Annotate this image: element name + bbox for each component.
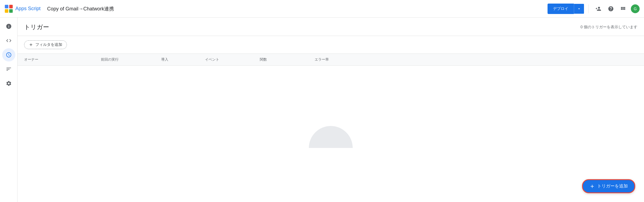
executions-icon <box>6 66 12 72</box>
apps-script-label: Apps Script <box>15 6 41 12</box>
user-avatar[interactable]: G <box>631 4 640 13</box>
col-header-function: 関数 <box>260 57 315 62</box>
header-actions: デプロイ G <box>548 4 640 14</box>
deploy-button[interactable]: デプロイ <box>548 4 574 14</box>
svg-rect-1 <box>9 5 13 8</box>
main-content: トリガー 0 個のトリガーを表示しています フィルタを追加 オーナー 前回の実行… <box>18 18 644 202</box>
apps-grid-icon <box>620 6 626 12</box>
apps-script-logo-link[interactable]: Apps Script <box>4 4 41 13</box>
settings-icon <box>6 80 12 86</box>
add-filter-button[interactable]: フィルタを追加 <box>24 40 67 49</box>
plus-icon <box>29 43 33 47</box>
info-icon <box>6 23 12 29</box>
empty-state-decoration <box>309 126 353 148</box>
add-collaborator-button[interactable] <box>593 4 603 14</box>
col-header-event: イベント <box>205 57 260 62</box>
header-divider <box>588 4 589 13</box>
svg-rect-0 <box>5 5 8 8</box>
col-header-owner: オーナー <box>24 57 101 62</box>
sidebar-item-executions[interactable] <box>2 63 15 76</box>
sidebar-item-triggers[interactable] <box>2 48 15 61</box>
help-button[interactable] <box>606 4 616 14</box>
sidebar-item-editor[interactable] <box>2 34 15 47</box>
add-trigger-button-container: トリガーを追加 <box>582 179 635 193</box>
code-icon <box>6 38 12 44</box>
plus-circle-icon <box>589 184 595 189</box>
sidebar-item-settings[interactable] <box>2 77 15 90</box>
table-header: オーナー 前回の実行 導入 イベント 関数 エラー率 <box>18 54 644 66</box>
page-header: トリガー 0 個のトリガーを表示しています <box>18 18 644 36</box>
add-trigger-button[interactable]: トリガーを追加 <box>582 179 635 193</box>
table-body <box>18 66 644 148</box>
project-title: Copy of Gmail→Chatwork連携 <box>47 5 548 12</box>
svg-rect-3 <box>9 9 13 13</box>
help-icon <box>608 6 614 12</box>
person-add-icon <box>595 6 601 12</box>
deploy-button-group: デプロイ <box>548 4 584 14</box>
clock-icon <box>6 52 12 58</box>
trigger-count-label: 0 個のトリガーを表示しています <box>580 25 637 30</box>
apps-script-logo-icon <box>4 4 13 13</box>
chevron-down-icon <box>577 7 581 11</box>
page-title: トリガー <box>24 23 49 31</box>
add-trigger-label: トリガーを追加 <box>597 183 628 189</box>
filter-bar: フィルタを追加 <box>18 36 644 54</box>
sidebar <box>0 18 18 202</box>
deploy-dropdown-button[interactable] <box>574 4 584 14</box>
col-header-error-rate: エラー率 <box>315 57 637 62</box>
col-header-last-run: 前回の実行 <box>101 57 161 62</box>
apps-menu-button[interactable] <box>618 4 629 14</box>
app-header: Apps Script Copy of Gmail→Chatwork連携 デプロ… <box>0 0 644 18</box>
add-filter-label: フィルタを追加 <box>35 42 62 47</box>
sidebar-item-info[interactable] <box>2 20 15 33</box>
col-header-deploy: 導入 <box>161 57 205 62</box>
svg-rect-2 <box>5 9 8 13</box>
